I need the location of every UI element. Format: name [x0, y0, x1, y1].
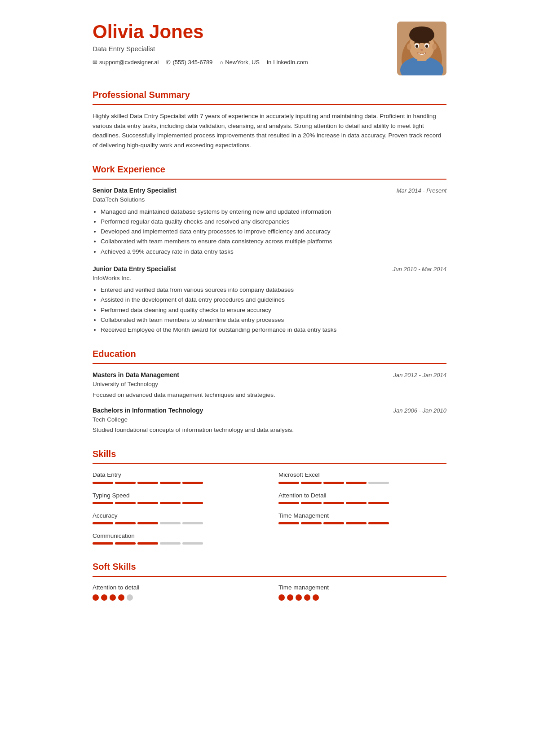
job-block-0: Senior Data Entry Specialist Mar 2014 - … [93, 186, 446, 256]
skill-segment [323, 482, 344, 484]
phone-contact: ✆ (555) 345-6789 [166, 58, 212, 67]
skill-name: Data Entry [93, 470, 261, 479]
skill-name: Time Management [278, 511, 446, 520]
skill-segment [301, 522, 322, 524]
soft-skills-title: Soft Skills [93, 560, 446, 573]
skill-name: Attention to Detail [278, 491, 446, 500]
soft-skills-grid: Attention to detailTime management [93, 583, 446, 600]
job-header-0: Senior Data Entry Specialist Mar 2014 - … [93, 186, 446, 195]
skill-item: Microsoft Excel [278, 470, 446, 483]
summary-text: Highly skilled Data Entry Specialist wit… [93, 111, 446, 150]
education-section: Education Masters in Data Management Jan… [93, 347, 446, 435]
skill-segment [115, 482, 136, 484]
svg-point-8 [432, 44, 437, 50]
skill-segment [278, 482, 299, 484]
job-bullet: Collaborated with team members to ensure… [101, 237, 446, 246]
header-left: Olivia Jones Data Entry Specialist ✉ sup… [93, 22, 308, 66]
work-experience-divider [93, 179, 446, 180]
header: Olivia Jones Data Entry Specialist ✉ sup… [93, 22, 446, 75]
linkedin-value: LinkedIn.com [273, 58, 308, 67]
skill-segment [368, 522, 389, 524]
skill-segment [137, 542, 158, 545]
skill-segment [93, 502, 113, 504]
skill-segment [115, 502, 136, 504]
skill-item: Attention to Detail [278, 491, 446, 504]
dot [304, 594, 310, 601]
skills-grid: Data EntryMicrosoft ExcelTyping SpeedAtt… [93, 470, 446, 547]
skill-name: Typing Speed [93, 491, 261, 500]
skill-item: Typing Speed [93, 491, 261, 504]
skill-segment [182, 542, 203, 545]
edu-degree-1: Bachelors in Information Technology [93, 406, 203, 415]
edu-degree-0: Masters in Data Management [93, 370, 179, 380]
skills-section: Skills Data EntryMicrosoft ExcelTyping S… [93, 447, 446, 547]
skill-segment [368, 502, 389, 504]
skill-bar [93, 522, 261, 524]
soft-skills-section: Soft Skills Attention to detailTime mana… [93, 560, 446, 600]
skill-bar [93, 542, 261, 545]
skill-segment [346, 482, 367, 484]
summary-divider [93, 104, 446, 105]
skill-segment [93, 522, 113, 524]
job-bullet: Entered and verified data from various s… [101, 286, 446, 294]
education-title: Education [93, 347, 446, 360]
soft-skill-name: Time management [278, 583, 446, 592]
location-contact: ⌂ NewYork, US [220, 58, 260, 67]
skill-bar [278, 522, 446, 524]
skill-segment [160, 522, 181, 524]
skill-segment [346, 522, 367, 524]
skill-segment [160, 502, 181, 504]
job-company-1: InfoWorks Inc. [93, 274, 446, 283]
dot [296, 594, 302, 601]
edu-school-1: Tech College [93, 415, 446, 424]
job-company-0: DataTech Solutions [93, 195, 446, 204]
edu-date-0: Jan 2012 - Jan 2014 [393, 371, 446, 380]
skill-segment [323, 522, 344, 524]
edu-date-1: Jan 2006 - Jan 2010 [393, 406, 446, 415]
skill-bar [278, 502, 446, 504]
skill-segment [137, 482, 158, 484]
skill-bar [278, 482, 446, 484]
dot [110, 594, 116, 601]
skill-segment [368, 482, 389, 484]
svg-point-13 [420, 49, 423, 51]
skill-item: Data Entry [93, 470, 261, 483]
skill-segment [323, 502, 344, 504]
dot [101, 594, 107, 601]
skills-divider [93, 463, 446, 464]
dot [118, 594, 124, 601]
edu-desc-0: Focused on advanced data management tech… [93, 391, 446, 400]
skill-segment [278, 502, 299, 504]
job-bullet: Managed and maintained database systems … [101, 207, 446, 216]
location-icon: ⌂ [220, 58, 223, 67]
job-date-0: Mar 2014 - Present [397, 186, 446, 195]
skill-segment [182, 522, 203, 524]
work-experience-section: Work Experience Senior Data Entry Specia… [93, 163, 446, 334]
edu-block-0: Masters in Data Management Jan 2012 - Ja… [93, 370, 446, 400]
edu-block-1: Bachelors in Information Technology Jan … [93, 406, 446, 435]
skill-segment [182, 482, 203, 484]
job-header-1: Junior Data Entry Specialist Jun 2010 - … [93, 264, 446, 274]
soft-skill-item: Time management [278, 583, 446, 600]
dot [93, 594, 99, 601]
email-icon: ✉ [93, 58, 97, 67]
skill-bar [93, 482, 261, 484]
candidate-name: Olivia Jones [93, 22, 308, 42]
job-bullet: Assisted in the development of data entr… [101, 295, 446, 304]
svg-point-6 [410, 26, 433, 39]
dot-row [278, 594, 446, 601]
phone-value: (555) 345-6789 [172, 58, 212, 67]
work-experience-title: Work Experience [93, 163, 446, 176]
edu-header-1: Bachelors in Information Technology Jan … [93, 406, 446, 415]
job-date-1: Jun 2010 - Mar 2014 [393, 265, 446, 274]
location-value: NewYork, US [225, 58, 260, 67]
job-title-0: Senior Data Entry Specialist [93, 186, 177, 195]
skill-segment [278, 522, 299, 524]
svg-point-11 [415, 45, 418, 48]
skill-item: Communication [93, 532, 261, 545]
job-block-1: Junior Data Entry Specialist Jun 2010 - … [93, 264, 446, 335]
skill-segment [137, 522, 158, 524]
skill-segment [93, 542, 113, 545]
job-title-1: Junior Data Entry Specialist [93, 264, 176, 274]
edu-header-0: Masters in Data Management Jan 2012 - Ja… [93, 370, 446, 380]
